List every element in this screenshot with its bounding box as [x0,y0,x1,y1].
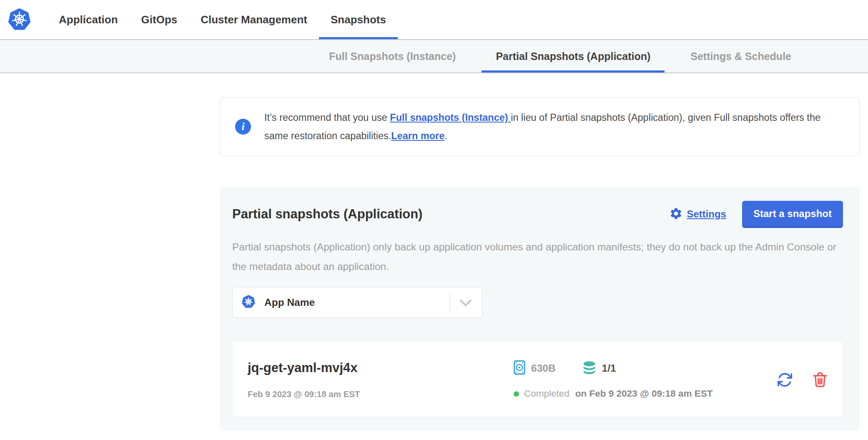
chevron-down-icon [459,299,472,309]
delete-snapshot-button[interactable] [813,372,828,388]
app-name-selector[interactable]: App Name [232,287,482,318]
start-snapshot-button[interactable]: Start a snapshot [742,201,843,228]
partial-snapshots-panel: Partial snapshots (Application) Settings… [220,187,860,431]
snapshot-name: jq-get-yaml-mvj4x [248,360,499,375]
app-selector-value: App Name [264,297,315,308]
snapshot-actions [776,371,830,388]
nav-item-application[interactable]: Application [47,0,130,39]
snapshot-status-row: Completed on Feb 9 2023 @ 09:18 am EST [514,388,776,399]
panel-title: Partial snapshots (Application) [232,207,670,222]
learn-more-link[interactable]: Learn more [391,130,444,141]
gear-icon [670,207,682,222]
snapshot-row: jq-get-yaml-mvj4x Feb 9 2023 @ 09:18 am … [232,341,843,417]
tab-settings-schedule[interactable]: Settings & Schedule [676,40,805,72]
database-icon [582,361,596,376]
snapshot-info: jq-get-yaml-mvj4x Feb 9 2023 @ 09:18 am … [248,360,499,399]
settings-link-label: Settings [687,208,726,220]
restore-snapshot-button[interactable] [776,371,793,388]
snapshot-volumes-value: 1/1 [602,362,616,374]
main-content: i It’s recommend that you use Full snaps… [220,73,860,431]
tab-partial-snapshots-application[interactable]: Partial Snapshots (Application) [482,40,665,72]
panel-description: Partial snapshots (Application) only bac… [232,237,849,276]
snapshot-started-timestamp: Feb 9 2023 @ 09:18 am EST [248,389,499,399]
snapshots-subnav: Full Snapshots (Instance) Partial Snapsh… [0,39,868,73]
nav-item-gitops[interactable]: GitOps [130,0,189,39]
info-icon: i [235,119,251,135]
kubernetes-mini-icon [241,294,256,311]
panel-header: Partial snapshots (Application) Settings… [232,204,843,225]
snapshot-volumes-metric: 1/1 [582,361,616,376]
snapshot-size-value: 630B [531,362,556,374]
snapshot-status-detail: on Feb 9 2023 @ 09:18 am EST [575,388,713,399]
tab-full-snapshots-instance[interactable]: Full Snapshots (Instance) [315,40,470,72]
status-dot-icon [514,391,519,397]
snapshot-status: Completed [524,388,569,399]
selector-divider [450,294,450,312]
top-navbar: Application GitOps Cluster Management Sn… [0,0,868,39]
nav-item-cluster-management[interactable]: Cluster Management [189,0,319,39]
nav-item-snapshots[interactable]: Snapshots [319,0,398,39]
trash-icon [813,383,828,389]
disk-icon [514,360,525,377]
snapshot-settings-link[interactable]: Settings [670,207,726,222]
banner-text-start: It’s recommend that you use [264,112,390,123]
banner-text: It’s recommend that you use Full snapsho… [264,108,843,145]
info-banner: i It’s recommend that you use Full snaps… [220,97,860,156]
kubernetes-logo-icon [8,8,31,32]
snapshot-metrics-row: 630B 1/1 [514,360,776,377]
snapshot-metrics: 630B 1/1 [499,360,776,399]
snapshot-size-metric: 630B [514,360,556,377]
full-snapshots-link[interactable]: Full snapshots (Instance) [390,112,511,123]
banner-text-end: . [444,130,447,141]
restore-icon [776,383,793,390]
